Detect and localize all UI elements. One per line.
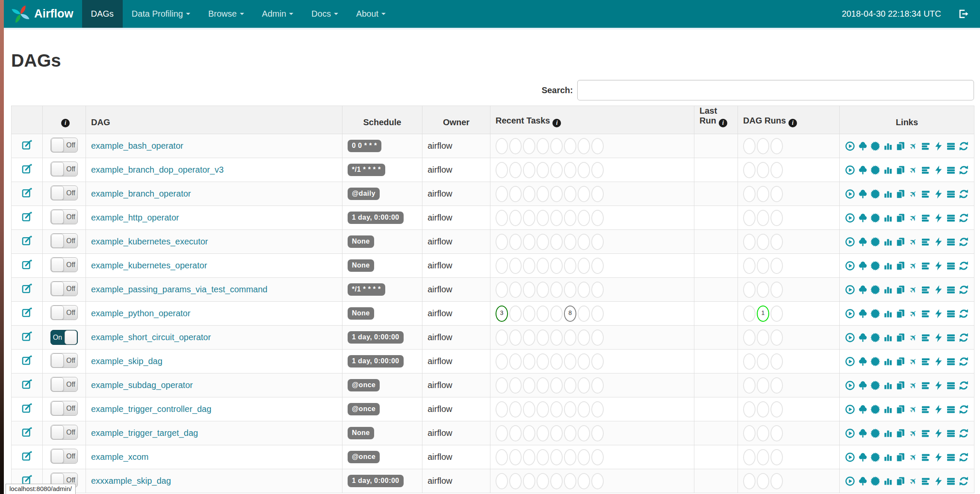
gantt-view-icon[interactable] [921,404,931,415]
gantt-view-icon[interactable] [921,285,931,295]
tree-view-icon[interactable] [858,404,868,415]
recent-task-state-circle[interactable] [523,282,535,298]
trigger-dag-icon[interactable] [845,476,855,486]
gantt-view-icon[interactable] [921,213,931,223]
dag-run-state-circle[interactable] [757,425,769,441]
recent-task-state-circle[interactable] [496,210,508,226]
dag-run-state-circle[interactable] [743,210,756,226]
dag-link[interactable]: example_bash_operator [91,141,183,150]
recent-task-state-circle[interactable] [537,329,549,346]
tree-view-icon[interactable] [858,285,868,295]
gantt-view-icon[interactable] [921,380,931,391]
trigger-dag-icon[interactable] [845,141,855,151]
recent-task-state-circle[interactable] [537,258,549,274]
recent-task-state-circle[interactable] [496,234,508,250]
dag-run-state-circle[interactable] [757,449,769,465]
dag-run-state-circle[interactable] [757,234,769,250]
recent-task-state-circle[interactable] [564,449,576,465]
landing-times-icon[interactable]: ✈ [908,261,918,271]
dag-run-state-circle[interactable]: 1 [757,306,769,322]
tree-view-icon[interactable] [858,237,868,247]
graph-view-icon[interactable] [870,332,880,343]
recent-task-state-circle[interactable] [550,401,563,418]
landing-times-icon[interactable]: ✈ [908,285,918,295]
dag-run-state-circle[interactable] [757,162,769,178]
recent-task-state-circle[interactable] [523,234,535,250]
trigger-dag-icon[interactable] [845,332,855,343]
tree-view-icon[interactable] [858,189,868,199]
logs-icon[interactable] [946,261,956,271]
recent-task-state-circle[interactable] [496,329,508,346]
recent-task-state-circle[interactable] [591,353,604,370]
recent-task-state-circle[interactable] [550,234,563,250]
dag-run-state-circle[interactable] [743,234,756,250]
recent-task-state-circle[interactable] [509,329,522,346]
tree-view-icon[interactable] [858,141,868,151]
landing-times-icon[interactable]: ✈ [908,141,918,151]
dag-run-state-circle[interactable] [757,377,769,394]
recent-task-state-circle[interactable] [537,306,549,322]
recent-task-state-circle[interactable] [509,449,522,465]
recent-task-state-circle[interactable] [496,473,508,489]
dag-link[interactable]: example_trigger_controller_dag [91,404,211,414]
recent-task-state-circle[interactable] [509,306,522,322]
task-duration-icon[interactable] [883,332,893,343]
recent-task-state-circle[interactable] [564,234,576,250]
dag-run-state-circle[interactable] [757,138,769,154]
recent-task-state-circle[interactable] [509,282,522,298]
dag-run-state-circle[interactable] [770,425,783,441]
refresh-icon[interactable] [959,476,969,486]
dag-link[interactable]: example_short_circuit_operator [91,332,211,342]
recent-task-state-circle[interactable] [496,449,508,465]
recent-task-state-circle[interactable] [537,162,549,178]
refresh-icon[interactable] [959,380,969,391]
recent-task-state-circle[interactable] [591,210,604,226]
dag-link[interactable]: example_passing_params_via_test_command [91,285,267,294]
recent-task-state-circle[interactable] [496,353,508,370]
trigger-dag-icon[interactable] [845,285,855,295]
dag-link[interactable]: example_xcom [91,452,149,462]
dag-pause-toggle[interactable]: Off [50,425,78,440]
recent-task-state-circle[interactable] [523,473,535,489]
recent-task-state-circle[interactable] [537,210,549,226]
logs-icon[interactable] [946,356,956,367]
dag-pause-toggle[interactable]: Off [50,209,78,224]
dag-link[interactable]: example_skip_dag [91,356,162,366]
recent-task-state-circle[interactable] [537,138,549,154]
recent-task-state-circle[interactable] [564,282,576,298]
gantt-view-icon[interactable] [921,141,931,151]
recent-task-state-circle[interactable] [578,210,590,226]
dag-run-state-circle[interactable] [743,162,756,178]
recent-task-state-circle[interactable] [591,329,604,346]
edit-dag-icon[interactable] [21,379,32,390]
landing-times-icon[interactable]: ✈ [908,428,918,438]
recent-task-state-circle[interactable] [591,473,604,489]
recent-task-state-circle[interactable] [591,449,604,465]
dag-pause-toggle[interactable]: Off [50,377,78,392]
recent-task-state-circle[interactable] [591,258,604,274]
landing-times-icon[interactable]: ✈ [908,165,918,175]
dag-run-state-circle[interactable] [757,186,769,202]
recent-task-state-circle[interactable] [523,162,535,178]
dag-run-state-circle[interactable] [757,258,769,274]
refresh-icon[interactable] [959,356,969,367]
edit-dag-icon[interactable] [21,403,32,414]
dag-run-state-circle[interactable] [743,329,756,346]
graph-view-icon[interactable] [870,261,880,271]
code-view-icon[interactable] [933,476,944,486]
task-tries-icon[interactable] [895,189,906,199]
nav-item-dags[interactable]: DAGs [82,0,123,28]
recent-task-state-circle[interactable] [537,425,549,441]
logs-icon[interactable] [946,380,956,391]
dag-pause-toggle[interactable]: Off [50,185,78,200]
code-view-icon[interactable] [933,141,944,151]
recent-task-state-circle[interactable] [564,186,576,202]
landing-times-icon[interactable]: ✈ [908,356,918,367]
recent-task-state-circle[interactable] [550,162,563,178]
dag-run-state-circle[interactable] [743,282,756,298]
code-view-icon[interactable] [933,380,944,391]
trigger-dag-icon[interactable] [845,213,855,223]
task-duration-icon[interactable] [883,189,893,199]
edit-dag-icon[interactable] [21,163,32,174]
trigger-dag-icon[interactable] [845,261,855,271]
